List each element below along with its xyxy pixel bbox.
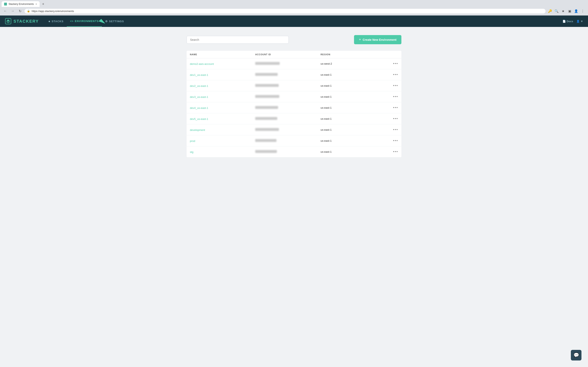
env-name-link[interactable]: dev2_us-east-1: [190, 84, 208, 87]
table-header: NAME ACCOUNT ID REGION: [187, 51, 401, 58]
env-name-link[interactable]: demo2-aws-account: [190, 62, 214, 66]
account-id-cell: [255, 117, 320, 121]
zoom-icon[interactable]: 🔍: [554, 8, 559, 14]
back-button[interactable]: ←: [2, 8, 8, 14]
table-body: demo2-aws-account us-west-2 ••• dev1_us-…: [187, 58, 401, 157]
account-id-cell: [255, 62, 320, 66]
env-name-link[interactable]: dev3_us-east-1: [190, 95, 208, 99]
chevron-down-icon: ▼: [580, 20, 583, 23]
row-more-button[interactable]: •••: [386, 62, 398, 66]
user-button[interactable]: 👤 ▼: [576, 20, 583, 23]
tab-bar: Stackery Environments × +: [0, 0, 588, 7]
app-nav: STACKERY ■ STACKS <> ENVIRONMENTS ⚙ SETT…: [0, 16, 588, 27]
browser-toolbar-actions: 🔑 🔍 ★ ▣ 👤 ⋮: [547, 8, 586, 14]
col-header-name: NAME: [190, 53, 255, 56]
tab-close-button[interactable]: ×: [35, 2, 37, 6]
environments-nav-link[interactable]: <> ENVIRONMENTS: [67, 16, 102, 27]
region-cell: us-west-2: [320, 62, 386, 65]
env-name-cell: dev5_us-east-1: [190, 117, 255, 121]
environments-label: ENVIRONMENTS: [75, 20, 99, 23]
logo-text: STACKERY: [13, 19, 39, 24]
profile-icon[interactable]: 👤: [573, 8, 579, 14]
stacks-nav-link[interactable]: ■ STACKS: [45, 16, 67, 26]
row-more-button[interactable]: •••: [386, 128, 398, 132]
nav-right: 📄 Docs 👤 ▼: [562, 20, 583, 23]
bookmark-icon[interactable]: ★: [560, 8, 566, 14]
row-more-button[interactable]: •••: [386, 73, 398, 77]
docs-link[interactable]: 📄 Docs: [562, 20, 573, 23]
forward-button[interactable]: →: [10, 8, 16, 14]
table-row: stg us-east-1 •••: [187, 146, 401, 157]
create-environment-button[interactable]: + Create New Environment: [354, 35, 401, 44]
env-name-link[interactable]: dev5_us-east-1: [190, 117, 208, 120]
region-cell: us-east-1: [320, 84, 386, 87]
table-row: dev1_us-east-1 us-east-1 •••: [187, 69, 401, 80]
row-more-button[interactable]: •••: [386, 106, 398, 110]
stacks-icon: ■: [49, 20, 51, 23]
table-row: dev3_us-east-1 us-east-1 •••: [187, 91, 401, 102]
tab-favicon: [4, 3, 7, 6]
account-id-cell: [255, 150, 320, 154]
env-name-link[interactable]: prod: [190, 140, 195, 142]
address-bar[interactable]: 🔒 https://app.stackery.io/environments: [25, 9, 545, 13]
account-id-cell: [255, 73, 320, 77]
row-more-button[interactable]: •••: [386, 95, 398, 99]
reload-button[interactable]: ↻: [17, 8, 23, 14]
stacks-label: STACKS: [52, 20, 63, 23]
account-id-value: [255, 95, 279, 98]
docs-icon: 📄: [562, 20, 566, 23]
col-header-actions: [386, 53, 398, 56]
row-more-button[interactable]: •••: [386, 117, 398, 121]
region-cell: us-east-1: [320, 128, 386, 131]
region-cell: us-east-1: [320, 117, 386, 120]
table-row: development us-east-1 •••: [187, 124, 401, 135]
region-cell: us-east-1: [320, 73, 386, 76]
account-id-value: [255, 62, 280, 65]
col-header-region: REGION: [320, 53, 386, 56]
env-name-link[interactable]: dev4_us-east-1: [190, 106, 208, 109]
account-id-value: [255, 84, 279, 87]
menu-icon[interactable]: ⋮: [580, 8, 586, 14]
row-more-button[interactable]: •••: [386, 150, 398, 154]
account-id-value: [255, 73, 278, 76]
account-id-cell: [255, 95, 320, 99]
col-header-account-id: ACCOUNT ID: [255, 53, 320, 56]
account-id-cell: [255, 84, 320, 88]
region-cell: us-east-1: [320, 139, 386, 142]
active-tab[interactable]: Stackery Environments ×: [2, 1, 40, 7]
account-id-cell: [255, 128, 320, 132]
plus-icon: +: [359, 38, 361, 42]
settings-icon: ⚙: [105, 20, 108, 23]
user-avatar-icon: 👤: [576, 20, 580, 23]
region-cell: us-east-1: [320, 106, 386, 109]
env-name-cell: development: [190, 128, 255, 132]
tab-title: Stackery Environments: [9, 3, 34, 6]
env-name-cell: dev2_us-east-1: [190, 84, 255, 88]
region-cell: us-east-1: [320, 150, 386, 153]
new-tab-button[interactable]: +: [40, 1, 46, 7]
search-input[interactable]: [187, 36, 289, 44]
env-name-link[interactable]: development: [190, 128, 205, 132]
env-name-cell: demo2-aws-account: [190, 62, 255, 66]
table-row: dev2_us-east-1 us-east-1 •••: [187, 80, 401, 91]
account-id-value: [255, 117, 277, 120]
row-more-button[interactable]: •••: [386, 139, 398, 143]
chat-widget[interactable]: 💬: [571, 350, 581, 360]
account-id-value: [255, 106, 278, 109]
extension-icon[interactable]: ▣: [567, 8, 572, 14]
table-row: dev4_us-east-1 us-east-1 •••: [187, 102, 401, 113]
account-id-cell: [255, 106, 320, 110]
env-name-link[interactable]: dev1_us-east-1: [190, 73, 208, 76]
logo[interactable]: STACKERY: [5, 18, 39, 25]
address-bar-row: ← → ↻ 🔒 https://app.stackery.io/environm…: [0, 7, 588, 16]
account-id-value: [255, 128, 279, 131]
account-id-value: [255, 139, 277, 142]
row-more-button[interactable]: •••: [386, 83, 398, 88]
create-button-label: Create New Environment: [363, 38, 397, 42]
region-cell: us-east-1: [320, 95, 386, 98]
key-icon[interactable]: 🔑: [547, 8, 553, 14]
settings-nav-link[interactable]: ⚙ SETTINGS: [102, 16, 127, 26]
environments-icon: <>: [70, 20, 73, 23]
main-content: + Create New Environment NAME ACCOUNT ID…: [182, 27, 406, 165]
env-name-link[interactable]: stg: [190, 150, 193, 154]
